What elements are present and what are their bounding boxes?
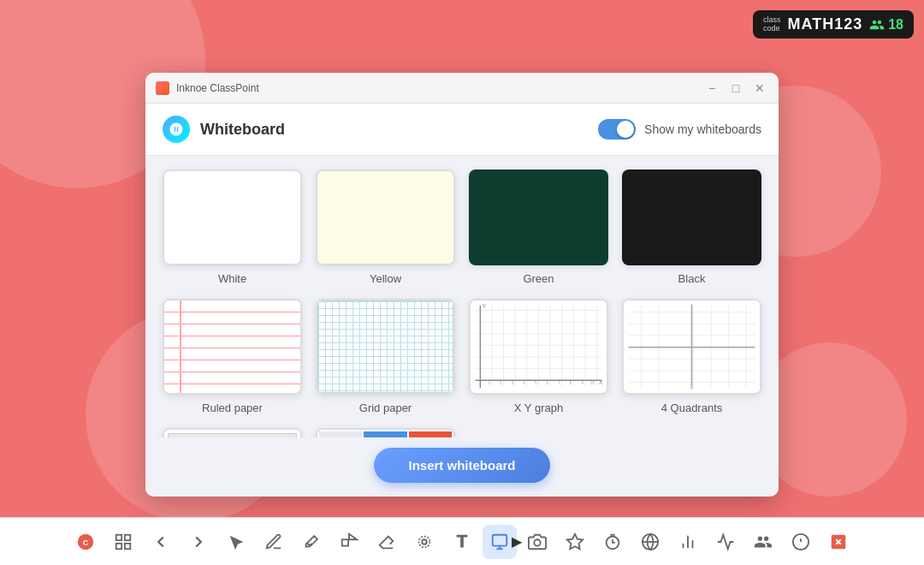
- svg-rect-49: [125, 534, 130, 539]
- svg-text:2: 2: [500, 381, 502, 385]
- shapes-button[interactable]: [332, 525, 366, 559]
- text-icon: [453, 532, 471, 551]
- maximize-button[interactable]: □: [727, 80, 744, 97]
- whiteboard-preview-grid: [316, 299, 455, 395]
- svg-point-55: [419, 536, 430, 547]
- whiteboard-option-black[interactable]: Black: [622, 170, 761, 285]
- whiteboard-option-table[interactable]: Table: [163, 428, 302, 437]
- whiteboard-option-white[interactable]: White: [163, 170, 302, 285]
- svg-text:Y: Y: [483, 303, 487, 309]
- whiteboard-label-xy: X Y graph: [514, 401, 563, 414]
- pen-button[interactable]: [257, 525, 291, 559]
- laser-button[interactable]: [407, 525, 441, 559]
- class-badge: class code MATH123 18: [753, 10, 914, 39]
- toggle-container[interactable]: Show my whiteboards: [598, 119, 761, 140]
- forward-button[interactable]: [181, 525, 216, 559]
- end-button[interactable]: [821, 525, 856, 559]
- svg-rect-48: [116, 534, 121, 539]
- activity-button[interactable]: [708, 525, 743, 559]
- svg-text:X: X: [599, 379, 603, 385]
- eraser-button[interactable]: [370, 525, 404, 559]
- grid-view-button[interactable]: [106, 525, 140, 559]
- whiteboard-preview-xy: Y X 1 2 3 4 5 6 7 8 9 10: [469, 299, 608, 395]
- camera-button[interactable]: [520, 525, 554, 559]
- whiteboard-option-yellow[interactable]: Yellow: [316, 170, 455, 285]
- toolbar: C: [0, 517, 924, 565]
- more-icon: [791, 532, 810, 551]
- timer-button[interactable]: [595, 525, 630, 559]
- forward-icon: [189, 532, 208, 551]
- whiteboard-preview-ctable: [316, 428, 455, 437]
- back-icon: [151, 532, 170, 551]
- chart-icon: [678, 532, 697, 551]
- app-icon: [156, 81, 169, 95]
- star-icon: [566, 532, 584, 551]
- students-icon: [869, 17, 885, 33]
- whiteboard-label-quad: 4 Quadrants: [661, 401, 723, 414]
- whiteboard-option-quad[interactable]: 4 Quadrants: [622, 299, 761, 414]
- pen-icon: [264, 532, 283, 551]
- toggle-label: Show my whiteboards: [644, 122, 761, 136]
- star-button[interactable]: [558, 525, 592, 559]
- modal-title: Whiteboard: [200, 121, 285, 139]
- whiteboard-header-icon: [163, 116, 190, 143]
- pointer-button[interactable]: [219, 525, 253, 559]
- whiteboard-preview-yellow: [316, 170, 455, 265]
- whiteboard-option-ruled[interactable]: Ruled paper: [163, 299, 302, 414]
- whiteboard-label-ruled: Ruled paper: [202, 401, 263, 414]
- modal-header-left: Whiteboard: [163, 116, 285, 143]
- whiteboard-preview-black: [622, 170, 761, 265]
- whiteboard-option-xy[interactable]: Y X 1 2 3 4 5 6 7 8 9 10: [469, 299, 608, 414]
- svg-text:1: 1: [488, 381, 490, 385]
- whiteboard-option-grid[interactable]: Grid paper: [316, 299, 455, 414]
- whiteboard-preview-table: [163, 428, 302, 437]
- modal-titlebar: Inknoe ClassPoint − □ ✕: [145, 73, 779, 104]
- svg-text:4: 4: [523, 381, 525, 385]
- whiteboard-preview-green: [469, 170, 608, 265]
- whiteboard-icon: [490, 532, 509, 551]
- eraser-icon: [377, 532, 396, 551]
- whiteboard-grid: White Yellow Green Black: [163, 170, 761, 437]
- more-button[interactable]: [784, 525, 818, 559]
- insert-whiteboard-button[interactable]: Insert whiteboard: [374, 448, 549, 483]
- browser-button[interactable]: [633, 525, 667, 559]
- students-toolbar-icon: [754, 532, 773, 551]
- whiteboard-preview-ruled: [163, 299, 302, 395]
- classpoint-icon: C: [76, 532, 95, 551]
- whiteboard-label-white: White: [218, 272, 246, 285]
- highlighter-icon: [302, 532, 321, 551]
- whiteboard-label-yellow: Yellow: [370, 272, 401, 285]
- whiteboard-button[interactable]: [483, 525, 517, 559]
- show-whiteboards-toggle[interactable]: [598, 119, 636, 140]
- classpoint-button[interactable]: C: [68, 525, 103, 559]
- svg-text:8: 8: [570, 381, 572, 385]
- activity-icon: [716, 532, 735, 551]
- students-button[interactable]: [746, 525, 780, 559]
- back-button[interactable]: [144, 525, 178, 559]
- end-icon: [829, 532, 848, 551]
- svg-text:10: 10: [590, 381, 595, 385]
- text-button[interactable]: [445, 525, 479, 559]
- whiteboard-option-ctable[interactable]: Color table: [316, 428, 455, 437]
- whiteboard-label-grid: Grid paper: [359, 401, 412, 414]
- highlighter-button[interactable]: [294, 525, 329, 559]
- camera-icon: [528, 532, 547, 551]
- laser-icon: [415, 532, 434, 551]
- whiteboard-label-green: Green: [523, 272, 554, 285]
- whiteboard-option-green[interactable]: Green: [469, 170, 608, 285]
- whiteboard-modal: Inknoe ClassPoint − □ ✕ Whiteboard Show …: [145, 73, 779, 497]
- whiteboard-preview-white: [163, 170, 302, 265]
- svg-text:3: 3: [512, 381, 514, 385]
- chart-button[interactable]: [671, 525, 705, 559]
- modal-controls: − □ ✕: [703, 80, 768, 97]
- pointer-icon: [227, 532, 246, 551]
- close-button[interactable]: ✕: [751, 80, 768, 97]
- svg-text:9: 9: [581, 381, 583, 385]
- grid-icon: [114, 532, 133, 551]
- svg-marker-53: [349, 533, 357, 538]
- minimize-button[interactable]: −: [703, 80, 720, 97]
- timer-icon: [603, 532, 622, 551]
- svg-point-54: [422, 539, 427, 544]
- modal-footer: Insert whiteboard: [145, 437, 779, 497]
- app-name: Inknoe ClassPoint: [176, 82, 259, 94]
